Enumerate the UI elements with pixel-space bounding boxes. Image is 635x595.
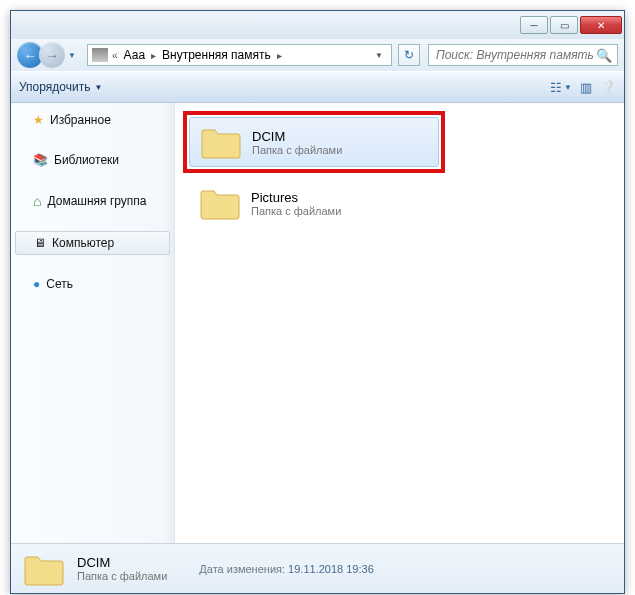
computer-icon — [34, 236, 46, 250]
folder-icon — [200, 124, 242, 160]
libraries-icon — [33, 153, 48, 167]
breadcrumb-seg-2[interactable]: Внутренняя память — [160, 48, 273, 62]
help-icon: ❔ — [600, 80, 616, 95]
address-bar[interactable]: « Ааа ▸ Внутренняя память ▸ ▼ — [87, 44, 392, 66]
arrow-right-icon: → — [46, 48, 59, 63]
sidebar-item-label: Библиотеки — [54, 153, 119, 167]
nav-bar: ← → ▼ « Ааа ▸ Внутренняя память ▸ ▼ ↻ 🔍 — [11, 39, 624, 71]
view-options-button[interactable]: ☷▼ — [550, 80, 572, 95]
details-pane: DCIM Папка с файлами Дата изменения: 19.… — [11, 543, 624, 593]
forward-button[interactable]: → — [39, 42, 65, 68]
sidebar-item-favorites[interactable]: Избранное — [11, 109, 174, 131]
device-icon — [92, 48, 108, 62]
chevron-right-icon[interactable]: ▸ — [277, 50, 282, 61]
sidebar-item-computer[interactable]: Компьютер — [15, 231, 170, 255]
explorer-window: ─ ▭ ✕ ← → ▼ « Ааа ▸ Внутренняя память ▸ … — [10, 10, 625, 594]
breadcrumb-seg-1[interactable]: Ааа — [122, 48, 148, 62]
preview-pane-icon: ▥ — [580, 80, 592, 95]
folder-type: Папка с файлами — [252, 144, 342, 156]
close-button[interactable]: ✕ — [580, 16, 622, 34]
arrow-left-icon: ← — [24, 48, 37, 63]
status-meta: Дата изменения: 19.11.2018 19:36 — [199, 563, 373, 575]
folder-item-dcim[interactable]: DCIM Папка с файлами — [189, 117, 439, 167]
status-type: Папка с файлами — [77, 570, 167, 582]
refresh-icon: ↻ — [404, 48, 414, 62]
chevron-down-icon: ▼ — [68, 51, 76, 60]
search-icon[interactable]: 🔍 — [596, 48, 612, 63]
chevron-right-icon[interactable]: ▸ — [151, 50, 156, 61]
breadcrumb-prefix: « — [112, 50, 118, 61]
sidebar-item-label: Компьютер — [52, 236, 114, 250]
sidebar-item-libraries[interactable]: Библиотеки — [11, 149, 174, 171]
toolbar: Упорядочить ▼ ☷▼ ▥ ❔ — [11, 71, 624, 103]
maximize-button[interactable]: ▭ — [550, 16, 578, 34]
folder-icon — [199, 185, 241, 221]
minimize-button[interactable]: ─ — [520, 16, 548, 34]
chevron-down-icon: ▼ — [564, 83, 572, 92]
folder-name: DCIM — [252, 129, 342, 144]
sidebar-item-label: Сеть — [46, 277, 73, 291]
sidebar-item-label: Домашняя группа — [47, 194, 146, 208]
folder-name: Pictures — [251, 190, 341, 205]
sidebar-item-homegroup[interactable]: Домашняя группа — [11, 189, 174, 213]
folder-icon — [23, 551, 65, 587]
content-pane[interactable]: DCIM Папка с файлами Pictures Папка с фа… — [175, 103, 624, 543]
network-icon — [33, 277, 40, 291]
folder-item-pictures[interactable]: Pictures Папка с файлами — [189, 179, 439, 227]
status-name: DCIM — [77, 555, 167, 570]
nav-history-dropdown[interactable]: ▼ — [65, 48, 79, 62]
status-meta-label: Дата изменения: — [199, 563, 285, 575]
titlebar[interactable]: ─ ▭ ✕ — [11, 11, 624, 39]
search-input[interactable] — [434, 47, 596, 63]
refresh-button[interactable]: ↻ — [398, 44, 420, 66]
view-icon: ☷ — [550, 80, 562, 95]
search-box[interactable]: 🔍 — [428, 44, 618, 66]
sidebar-item-label: Избранное — [50, 113, 111, 127]
organize-label: Упорядочить — [19, 80, 90, 94]
chevron-down-icon: ▼ — [94, 83, 102, 92]
homegroup-icon — [33, 193, 41, 209]
preview-pane-button[interactable]: ▥ — [580, 80, 592, 95]
star-icon — [33, 113, 44, 127]
help-button[interactable]: ❔ — [600, 80, 616, 95]
sidebar: Избранное Библиотеки Домашняя группа Ком… — [11, 103, 175, 543]
status-meta-value: 19.11.2018 19:36 — [288, 563, 374, 575]
sidebar-item-network[interactable]: Сеть — [11, 273, 174, 295]
address-dropdown[interactable]: ▼ — [371, 51, 387, 60]
organize-menu[interactable]: Упорядочить ▼ — [19, 80, 102, 94]
highlight-annotation: DCIM Папка с файлами — [183, 111, 445, 173]
folder-type: Папка с файлами — [251, 205, 341, 217]
